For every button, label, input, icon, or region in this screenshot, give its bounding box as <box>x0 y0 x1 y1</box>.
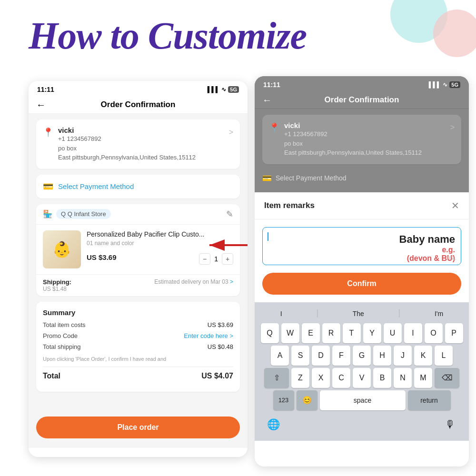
address-box: po box <box>58 144 220 153</box>
deco-circle-pink <box>433 10 476 57</box>
key-l[interactable]: L <box>435 346 453 366</box>
right-address-partial: 📍 vicki +1 1234567892 po box East pittsb… <box>255 109 469 192</box>
char-count: 0/51 <box>446 255 456 261</box>
right-address-chevron-icon[interactable]: > <box>450 123 455 132</box>
right-location-icon: 📍 <box>269 122 279 133</box>
place-order-button[interactable]: Place order <box>36 416 240 438</box>
right-phone-screen: 11:11 ▌▌▌ ∿ 5G ← Order Confirmation 📍 vi… <box>255 76 469 466</box>
key-a[interactable]: A <box>271 346 289 366</box>
summary-card: Summary Total item costs US $3.69 Promo … <box>36 302 240 392</box>
payment-text: Select Payment Method <box>58 182 134 190</box>
key-g[interactable]: G <box>353 346 371 366</box>
right-address-location: East pittsburgh,Pennsylvania,United Stat… <box>284 148 442 158</box>
key-f[interactable]: F <box>332 346 350 366</box>
suggestion-i[interactable]: I <box>275 308 288 319</box>
total-label: Total <box>43 372 60 380</box>
key-mic[interactable]: 🎙 <box>441 415 459 435</box>
summary-title: Summary <box>43 308 233 317</box>
left-phone-content: 📍 vicki +1 1234567892 po box East pittsb… <box>29 114 248 448</box>
key-r[interactable]: R <box>322 323 340 343</box>
key-j[interactable]: J <box>394 346 412 366</box>
key-m[interactable]: M <box>414 368 432 388</box>
total-shipping-row: Total shipping US $0.48 <box>43 343 233 350</box>
keyboard-suggestions: I | The | I'm <box>257 306 467 323</box>
key-q[interactable]: Q <box>261 323 279 343</box>
baby-name-eg: e.g. <box>399 246 455 254</box>
signal-icon: ▌▌▌ <box>208 86 220 93</box>
total-shipping-label: Total shipping <box>43 343 81 350</box>
right-status-bar: 11:11 ▌▌▌ ∿ 5G <box>255 76 469 91</box>
baby-name-title: Baby name <box>399 233 455 246</box>
network-badge: 5G <box>228 86 239 93</box>
modal-close-button[interactable]: ✕ <box>451 200 459 211</box>
key-k[interactable]: K <box>414 346 432 366</box>
key-n[interactable]: N <box>394 368 412 388</box>
right-payment-icon: 💳 <box>262 174 272 183</box>
key-u[interactable]: U <box>384 323 402 343</box>
total-shipping-value: US $0.48 <box>208 343 233 350</box>
page-title: How to Customize <box>29 14 307 58</box>
key-globe[interactable]: 🌐 <box>264 415 282 435</box>
key-p[interactable]: P <box>445 323 463 343</box>
shipping-cost: US $1.48 <box>43 286 71 292</box>
right-payment-partial: 💳 Select Payment Method <box>262 170 461 187</box>
summary-items-row: Total item costs US $3.69 <box>43 321 233 328</box>
promo-value: Enter code here > <box>184 332 233 339</box>
key-shift[interactable]: ⇧ <box>264 368 289 388</box>
payment-icon: 💳 <box>43 181 53 192</box>
right-wifi-icon: ∿ <box>443 81 447 88</box>
remarks-modal: Item remarks ✕ Baby name e.g. (devon & B… <box>255 192 469 302</box>
product-price: US $3.69 <box>87 253 117 261</box>
promo-row[interactable]: Promo Code Enter code here > <box>43 332 233 339</box>
key-emoji[interactable]: 😊 <box>297 390 317 410</box>
total-value: US $4.07 <box>201 372 233 380</box>
right-nav-title: Order Confirmation <box>325 95 399 105</box>
keyboard-row-3: ⇧ Z X C V B N M ⌫ <box>257 368 467 388</box>
key-v[interactable]: V <box>353 368 371 388</box>
key-space[interactable]: space <box>320 390 406 410</box>
key-delete[interactable]: ⌫ <box>435 368 459 388</box>
address-location: East pittsburgh,Pennsylvania,United Stat… <box>58 153 220 162</box>
suggestion-the[interactable]: The <box>347 308 370 319</box>
left-nav-title: Order Confirmation <box>101 100 176 109</box>
key-s[interactable]: S <box>291 346 309 366</box>
total-items-label: Total item costs <box>43 321 86 328</box>
total-items-value: US $3.69 <box>208 321 233 328</box>
payment-card[interactable]: 💳 Select Payment Method <box>36 175 240 198</box>
right-address-box: po box <box>284 139 442 149</box>
key-d[interactable]: D <box>312 346 330 366</box>
key-z[interactable]: Z <box>291 368 309 388</box>
key-o[interactable]: O <box>425 323 443 343</box>
key-return[interactable]: return <box>408 390 451 410</box>
key-b[interactable]: B <box>373 368 391 388</box>
right-back-button[interactable]: ← <box>262 95 272 106</box>
modal-header: Item remarks ✕ <box>255 192 469 219</box>
key-c[interactable]: C <box>332 368 350 388</box>
product-image: 👶 <box>43 230 81 268</box>
note-button[interactable]: ✎ <box>226 209 233 219</box>
keyboard-bottom-row: 123 😊 space return <box>257 390 467 410</box>
left-nav-bar: ← Order Confirmation <box>29 96 248 114</box>
suggestion-im[interactable]: I'm <box>429 308 449 319</box>
right-status-icons: ▌▌▌ ∿ 5G <box>429 81 460 88</box>
right-status-time: 11:11 <box>263 81 280 89</box>
key-e[interactable]: E <box>302 323 320 343</box>
address-chevron-icon[interactable]: > <box>229 128 233 137</box>
left-status-icons: ▌▌▌ ∿ 5G <box>208 86 239 93</box>
key-numbers[interactable]: 123 <box>273 390 294 410</box>
key-h[interactable]: H <box>373 346 391 366</box>
shipping-delivery: Estimated delivery on Mar 03 > <box>154 278 233 285</box>
key-t[interactable]: T <box>343 323 361 343</box>
keyboard-row-1: Q W E R T Y U I O P <box>257 323 467 343</box>
left-status-time: 11:11 <box>37 86 54 93</box>
address-card: 📍 vicki +1 1234567892 po box East pittsb… <box>36 119 240 169</box>
red-arrow-indicator <box>205 233 252 259</box>
key-y[interactable]: Y <box>363 323 381 343</box>
key-x[interactable]: X <box>312 368 330 388</box>
left-back-button[interactable]: ← <box>36 99 46 110</box>
note-input-area[interactable]: Baby name e.g. (devon & BU) 0/51 <box>262 227 461 265</box>
right-payment-text: Select Payment Method <box>276 174 347 182</box>
confirm-button[interactable]: Confirm <box>262 273 461 295</box>
key-i[interactable]: I <box>404 323 422 343</box>
key-w[interactable]: W <box>281 323 299 343</box>
